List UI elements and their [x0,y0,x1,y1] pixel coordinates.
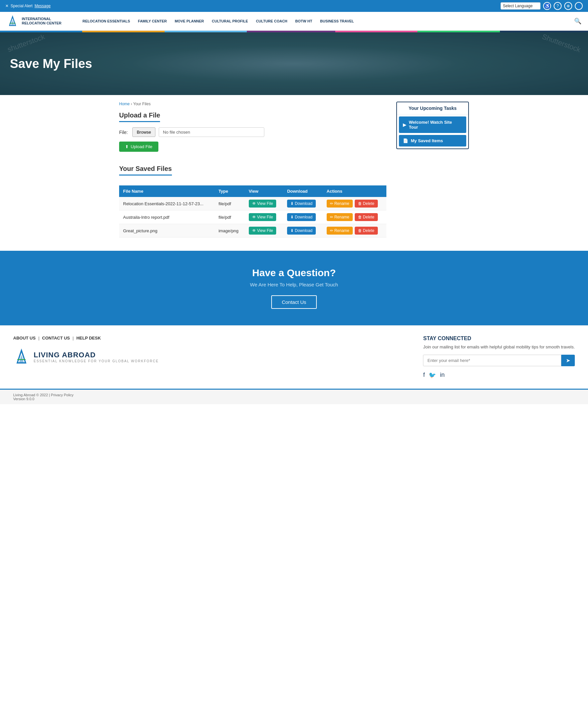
files-table: File Name Type View Download Actions Rel… [119,185,386,237]
linkedin-icon[interactable]: in [440,372,444,379]
footer-left: ABOUT US | CONTACT US | HELP DESK LIVING… [13,336,159,365]
hero: shutterstock Shutterstock Save My Files [0,32,588,95]
view-file-button[interactable]: 👁 View File [249,200,276,208]
footer-right: STAY CONNECTED Join our mailing list for… [423,336,575,379]
stay-connected-sub: Join our mailing list for emails with he… [423,344,575,350]
cell-filename: Austraila-Intro report.pdf [119,210,214,224]
task-icon: 📄 [403,138,408,143]
nav-links: RELOCATION ESSENTIALS FAMILY CENTER MOVE… [83,19,564,23]
cell-actions: ✏ Rename 🗑 Delete [323,224,386,237]
help-icon[interactable]: ? [554,2,562,10]
footer-bottom: ABOUT US | CONTACT US | HELP DESK LIVING… [0,325,588,389]
version-text: Version 9.0.0 [13,397,575,401]
breadcrumb: Home › Your Files [119,102,386,106]
upload-btn-label: Upload File [131,144,152,149]
cell-download: ⬇ Download [283,210,323,224]
search-icon[interactable]: 🔍 [574,18,582,25]
footer-logo: LIVING ABROAD ESSENTIAL KNOWLEDGE FOR YO… [13,349,159,365]
saved-files-title: Your Saved Files [119,165,172,175]
cell-type: image/png [214,224,245,237]
footer-contact-us[interactable]: CONTACT US [42,336,70,340]
task-label: My Saved Items [411,138,443,143]
alert-link[interactable]: Message [35,4,51,8]
nav-family-center[interactable]: FAMILY CENTER [138,19,167,23]
upload-file-button[interactable]: ⬆ Upload File [119,142,159,152]
browse-button[interactable]: Browse [132,127,155,137]
col-download: Download [283,185,323,197]
task-label: Welcome! Watch Site Tour [409,120,462,130]
footer-help-desk[interactable]: HELP DESK [76,336,101,340]
nav-move-planner[interactable]: MOVE PLANNER [174,19,204,23]
logo-icon [6,15,19,27]
cell-view: 👁 View File [245,210,284,224]
table-row: Austraila-Intro report.pdf file/pdf 👁 Vi… [119,210,386,224]
nav-business-travel[interactable]: BUSINESS TRAVEL [320,19,354,23]
email-input[interactable] [423,355,561,366]
delete-button[interactable]: 🗑 Delete [355,227,378,235]
footer-cta-title: Have a Question? [6,267,582,278]
contact-us-button[interactable]: Contact Us [271,295,317,309]
accessibility-icon[interactable]: ♿ [543,2,551,10]
user-icon[interactable]: 👤 [575,2,583,10]
cell-filename: Relocation Essentials-2022-11-12-57-23..… [119,197,214,210]
nav-relocation-essentials[interactable]: RELOCATION ESSENTIALS [83,19,130,23]
cell-view: 👁 View File [245,197,284,210]
view-file-button[interactable]: 👁 View File [249,227,276,235]
task-item-1[interactable]: 📄My Saved Items [399,135,466,147]
table-row: Relocation Essentials-2022-11-12-57-23..… [119,197,386,210]
footer-links: ABOUT US | CONTACT US | HELP DESK [13,336,159,340]
sidebar: Your Upcoming Tasks ▶Welcome! Watch Site… [396,102,469,237]
footer-logo-sub: ESSENTIAL KNOWLEDGE FOR YOUR GLOBAL WORK… [34,359,159,363]
nav-culture-coach[interactable]: CULTURE COACH [256,19,288,23]
col-type: Type [214,185,245,197]
footer-cta: Have a Question? We Are Here To Help, Pl… [0,251,588,325]
rename-button[interactable]: ✏ Rename [327,213,353,221]
file-chosen-display: No file chosen [159,127,264,137]
footer-cta-subtitle: We Are Here To Help, Please Get Touch [6,282,582,287]
footer-logo-icon [13,349,30,365]
cell-view: 👁 View File [245,224,284,237]
delete-button[interactable]: 🗑 Delete [355,200,378,208]
page-title: Save My Files [10,57,92,71]
twitter-icon[interactable]: 🐦 [428,372,436,379]
footer-very-bottom: Living Abroad © 2022 | Privacy Policy Ve… [0,389,588,404]
email-submit-button[interactable]: ➤ [561,355,575,366]
cell-actions: ✏ Rename 🗑 Delete [323,197,386,210]
close-alert-icon[interactable]: ✕ [5,4,8,8]
upload-icon: ⬆ [125,144,129,149]
content-left: Home › Your Files Upload a File File: Br… [119,102,386,237]
nav-botw-ht[interactable]: BOTW HT [295,19,312,23]
stay-connected-title: STAY CONNECTED [423,336,575,341]
download-button[interactable]: ⬇ Download [287,200,316,208]
col-actions: Actions [323,185,386,197]
tasks-box: Your Upcoming Tasks ▶Welcome! Watch Site… [396,102,469,149]
cell-filename: Great_picture.png [119,224,214,237]
saved-files-section: Your Saved Files File Name Type View Dow… [119,162,386,237]
file-input-row: File: Browse No file chosen [119,127,386,137]
footer-about-us[interactable]: ABOUT US [13,336,36,340]
copyright-text: Living Abroad © 2022 | Privacy Policy [13,393,575,397]
download-button[interactable]: ⬇ Download [287,213,316,221]
task-item-0[interactable]: ▶Welcome! Watch Site Tour [399,117,466,133]
cell-download: ⬇ Download [283,197,323,210]
breadcrumb-current: Your Files [133,102,150,106]
download-button[interactable]: ⬇ Download [287,227,316,235]
share-icon[interactable]: ⊕ [564,2,572,10]
col-filename: File Name [119,185,214,197]
nav-bar: INTERNATIONAL RELOCATION CENTER RELOCATI… [0,12,588,31]
nav-cultural-profile[interactable]: CULTURAL PROFILE [212,19,248,23]
language-select[interactable]: Select Language [501,2,541,9]
file-label: File: [119,130,128,135]
task-icon: ▶ [403,122,406,127]
delete-button[interactable]: 🗑 Delete [355,213,378,221]
cell-type: file/pdf [214,197,245,210]
social-icons: f 🐦 in [423,372,575,379]
facebook-icon[interactable]: f [423,372,425,379]
cell-download: ⬇ Download [283,224,323,237]
rename-button[interactable]: ✏ Rename [327,200,353,208]
rename-button[interactable]: ✏ Rename [327,227,353,235]
col-view: View [245,185,284,197]
view-file-button[interactable]: 👁 View File [249,213,276,221]
breadcrumb-home[interactable]: Home [119,102,130,106]
cell-actions: ✏ Rename 🗑 Delete [323,210,386,224]
